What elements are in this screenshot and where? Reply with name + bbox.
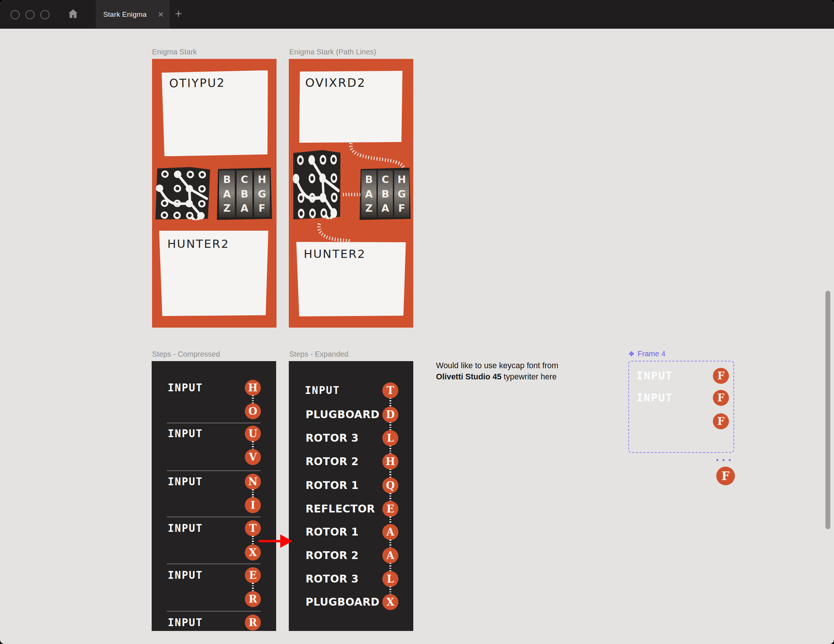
rotor-letter: Z (365, 203, 373, 213)
keycap-letter: A (382, 547, 398, 563)
rotor-letter: C (241, 175, 248, 184)
keycap-connector (252, 583, 254, 591)
tab-title: Stark Enigma (103, 10, 147, 19)
frame-label-enigma-stark[interactable]: Enigma Stark (152, 48, 197, 56)
note-line2-rest: typewriter here (502, 372, 557, 381)
editing-ellipsis: ... (714, 452, 733, 463)
frame4-title[interactable]: Frame 4 (638, 350, 665, 358)
frame-label-steps-compressed[interactable]: Steps - Compressed (152, 350, 220, 359)
keycap-connector (390, 469, 391, 477)
keycap-connector (252, 395, 254, 403)
rotor-letter: C (381, 175, 389, 184)
keycap-letter: F (713, 413, 729, 429)
keycap-letter: A (382, 524, 398, 540)
tab-stark-enigma[interactable]: Stark Enigma ✕ (96, 0, 170, 29)
rotor-letter: F (259, 203, 265, 213)
keycap-letter: U (245, 426, 261, 442)
step-label: PLUGBOARD (305, 596, 379, 608)
output-paper-text: OVIXRD2 (299, 71, 402, 90)
note-typewriter-name: Olivetti Studio 45 (436, 372, 502, 381)
frame-label-enigma-path-lines[interactable]: Enigma Stark (Path Lines) (289, 48, 376, 56)
keycap-letter: L (382, 430, 398, 446)
step-label: INPUT (168, 382, 203, 394)
design-note: Would like to use keycap font from Olive… (436, 360, 558, 382)
rotor-strip-3: H G F (254, 170, 270, 217)
tab-close-icon[interactable]: ✕ (158, 11, 164, 18)
home-button[interactable] (66, 8, 80, 22)
rotor-letter: A (365, 189, 373, 199)
step-label: INPUT (168, 476, 203, 488)
rotor-letter: B (381, 189, 390, 199)
note-line1: Would like to use keycap font from (436, 361, 558, 370)
rotor-strip-1: B A Z (219, 170, 235, 217)
keycap-letter: R (245, 615, 261, 631)
frame4-selection-outline[interactable]: INPUT F INPUT F F (628, 361, 734, 453)
keycap-letter: E (245, 567, 261, 583)
vertical-scrollbar[interactable] (826, 291, 830, 529)
step-label: INPUT (168, 427, 203, 440)
frame-label-steps-expanded[interactable]: Steps - Expanded (289, 350, 348, 359)
input-paper-text: HUNTER2 (159, 231, 268, 251)
frame-enigma-stark[interactable]: OTIYPU2 B A Z C B A H G F (152, 59, 276, 328)
design-canvas[interactable]: Enigma Stark Enigma Stark (Path Lines) S… (0, 29, 834, 644)
keycap-letter: H (245, 380, 261, 396)
keycap-connector (252, 536, 254, 544)
keycap-letter: Q (382, 477, 398, 494)
step-label: PLUGBOARD (305, 408, 379, 421)
rotor-letter: H (258, 175, 267, 184)
frame-steps-compressed[interactable]: INPUT H O INPUT U V INPUT N I INPUT T X … (152, 361, 276, 631)
row-divider (167, 422, 260, 423)
rotor-letter: G (258, 189, 266, 199)
keycap-letter: E (382, 501, 398, 517)
step-label: INPUT (637, 369, 672, 382)
arrow-right-icon (257, 532, 296, 550)
plugboard-panel (154, 167, 210, 220)
new-tab-button[interactable]: + (175, 6, 182, 21)
rotor-letter: A (223, 189, 231, 199)
step-label: ROTOR 1 (305, 479, 359, 492)
keycap-connector (252, 489, 254, 497)
keycap-connector (252, 441, 254, 449)
rotor-letter: A (381, 203, 390, 213)
step-label: INPUT (168, 569, 203, 581)
output-paper: OVIXRD2 (299, 71, 402, 143)
traffic-light-minimize[interactable] (25, 10, 35, 19)
row-divider (167, 470, 260, 471)
plugboard-panel (291, 150, 342, 220)
rotor-strip-2: C B A (237, 170, 252, 217)
output-paper-text: OTIYPU2 (162, 70, 268, 90)
rotor-panel: B A Z C B A H G F (360, 168, 411, 220)
row-divider (167, 563, 260, 564)
keycap-letter: N (245, 474, 261, 490)
rotor-letter: G (398, 189, 406, 199)
row-divider (167, 611, 260, 612)
keycap-connector (390, 540, 391, 547)
frame-steps-expanded[interactable]: INPUT T PLUGBOARD D ROTOR 3 L ROTOR 2 H … (289, 361, 413, 631)
keycap-letter: H (382, 453, 398, 469)
rotor-letter: B (223, 175, 231, 184)
input-paper: HUNTER2 (159, 231, 268, 316)
input-paper-text: HUNTER2 (296, 242, 406, 261)
keycap-letter: F (713, 368, 729, 384)
traffic-light-zoom[interactable] (40, 10, 50, 19)
rotor-letter: B (241, 189, 249, 199)
keycap-letter: V (245, 449, 261, 465)
keycap-letter: I (245, 497, 261, 513)
floating-keycap[interactable]: F (716, 467, 735, 485)
rotor-strip-1: B A Z (362, 170, 377, 217)
rotor-strip-2: C B A (378, 170, 393, 217)
output-paper: OTIYPU2 (162, 70, 269, 157)
step-label: ROTOR 2 (305, 455, 359, 468)
rotor-letter: A (241, 203, 249, 213)
home-icon (67, 8, 79, 22)
row-divider (167, 516, 260, 517)
keycap-letter: F (713, 390, 729, 406)
frame-enigma-stark-path-lines[interactable]: OVIXRD2 B A Z C B A H G F (289, 59, 413, 328)
rotor-panel: B A Z C B A H G F (217, 168, 272, 220)
component-icon: ❖ (628, 350, 635, 358)
step-label: ROTOR 3 (305, 573, 359, 585)
frame4-header[interactable]: ❖ Frame 4 (628, 350, 666, 358)
keycap-letter: R (245, 591, 261, 607)
traffic-light-close[interactable] (10, 10, 20, 19)
input-paper: HUNTER2 (296, 242, 406, 316)
